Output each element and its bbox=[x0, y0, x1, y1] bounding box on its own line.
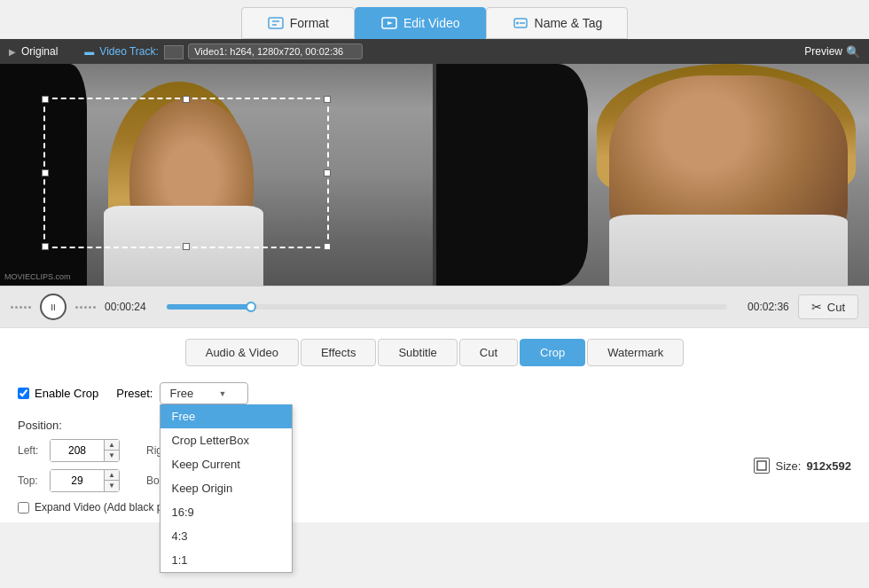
preset-dropdown-button[interactable]: Free bbox=[160, 382, 248, 404]
original-video-panel: MOVIECLIPS.com bbox=[0, 64, 433, 286]
preview-section: Preview 🔍 bbox=[804, 45, 860, 59]
crop-options-row: Enable Crop Preset: Free Free Crop Let bbox=[18, 382, 851, 404]
left-increment-btn[interactable]: ▲ bbox=[105, 440, 119, 451]
top-increment-btn[interactable]: ▲ bbox=[105, 470, 119, 481]
enable-crop-checkbox[interactable] bbox=[18, 388, 29, 399]
preview-video-panel bbox=[433, 64, 869, 286]
end-dots bbox=[75, 306, 96, 309]
track-thumbnail bbox=[164, 45, 184, 59]
pause-button[interactable]: ⏸ bbox=[40, 294, 67, 320]
svg-point-6 bbox=[516, 22, 519, 25]
dropdown-item-4-3[interactable]: 4:3 bbox=[160, 524, 292, 548]
format-tab-label: Format bbox=[290, 16, 329, 30]
search-icon: 🔍 bbox=[846, 45, 860, 59]
left-top-group: Left: ▲ ▼ Top: ▲ ▼ bbox=[18, 439, 120, 492]
edit-video-icon bbox=[380, 14, 398, 32]
tab-edit-video[interactable]: Edit Video bbox=[355, 7, 486, 39]
watermark-tab-label: Watermark bbox=[607, 346, 663, 359]
left-decrement-btn[interactable]: ▼ bbox=[105, 451, 119, 461]
svg-rect-8 bbox=[757, 461, 766, 470]
crop-handle-left-mid[interactable] bbox=[42, 169, 49, 176]
video-track-label: Video Track: bbox=[99, 45, 158, 58]
preset-value: Free bbox=[169, 387, 193, 400]
preset-label: Preset: bbox=[116, 387, 153, 400]
tab-audio-video[interactable]: Audio & Video bbox=[185, 339, 299, 366]
crop-handle-right-mid[interactable] bbox=[324, 169, 331, 176]
preview-video-frame bbox=[436, 64, 869, 286]
dropdown-item-keep-origin[interactable]: Keep Origin bbox=[160, 476, 292, 500]
video-header: ▶ Original ▬ Video Track: Video1: h264, … bbox=[0, 39, 869, 64]
tab-cut[interactable]: Cut bbox=[459, 339, 518, 366]
edit-video-tab-label: Edit Video bbox=[403, 16, 460, 30]
svg-marker-4 bbox=[388, 21, 393, 25]
preset-row: Preset: Free Free Crop LetterBox bbox=[116, 382, 248, 404]
total-time: 00:02:36 bbox=[736, 301, 789, 313]
crop-handle-bottom-left[interactable] bbox=[42, 243, 49, 250]
svg-rect-0 bbox=[269, 18, 283, 28]
tab-crop[interactable]: Crop bbox=[520, 339, 585, 366]
enable-crop-label[interactable]: Enable Crop bbox=[18, 387, 98, 400]
crop-handle-top-left[interactable] bbox=[42, 96, 49, 103]
track-select-container: Video1: h264, 1280x720, 00:02:36 bbox=[164, 43, 363, 59]
timeline-thumb[interactable] bbox=[246, 302, 256, 312]
crop-handle-top-right[interactable] bbox=[324, 96, 331, 103]
video-track-icon: ▬ bbox=[84, 46, 94, 57]
original-label: Original bbox=[21, 45, 58, 58]
video-panels: MOVIECLIPS.com bbox=[0, 64, 869, 286]
left-spinbox-buttons: ▲ ▼ bbox=[104, 440, 119, 461]
dropdown-item-crop-letterbox[interactable]: Crop LetterBox bbox=[160, 428, 292, 452]
crop-settings-panel: Enable Crop Preset: Free Free Crop Let bbox=[0, 375, 869, 522]
crop-fields: Left: ▲ ▼ Top: ▲ ▼ bbox=[18, 439, 851, 492]
crop-handle-bottom-right[interactable] bbox=[324, 243, 331, 250]
play-triangle-icon: ▶ bbox=[9, 47, 16, 57]
tab-subtitle[interactable]: Subtitle bbox=[378, 339, 457, 366]
preset-dropdown-menu: Free Crop LetterBox Keep Current Keep Or… bbox=[160, 404, 293, 573]
crop-handle-top-mid[interactable] bbox=[183, 96, 190, 103]
timeline-track[interactable] bbox=[167, 304, 727, 310]
top-input[interactable] bbox=[51, 470, 104, 491]
crop-handle-bottom-mid[interactable] bbox=[183, 243, 190, 250]
name-tag-tab-label: Name & Tag bbox=[535, 16, 603, 30]
pause-icon: ⏸ bbox=[49, 302, 58, 312]
size-value: 912x592 bbox=[806, 459, 851, 473]
expand-video-checkbox[interactable] bbox=[18, 502, 29, 514]
original-section: ▶ Original bbox=[9, 45, 58, 58]
preview-label: Preview bbox=[804, 45, 842, 58]
top-tab-bar: Format Edit Video Name & Tag bbox=[0, 0, 869, 39]
enable-crop-text: Enable Crop bbox=[35, 387, 98, 400]
top-spinbox: ▲ ▼ bbox=[50, 469, 120, 492]
timeline-fill bbox=[167, 304, 251, 310]
scissors-icon: ✂ bbox=[811, 300, 822, 314]
watermark: MOVIECLIPS.com bbox=[4, 272, 71, 281]
track-select[interactable]: Video1: h264, 1280x720, 00:02:36 bbox=[188, 43, 363, 59]
cut-tab-label: Cut bbox=[480, 346, 497, 359]
edit-tabs: Audio & Video Effects Subtitle Cut Crop … bbox=[0, 328, 869, 375]
name-tag-icon bbox=[512, 14, 529, 32]
start-dots bbox=[11, 306, 31, 309]
size-info: Size: 912x592 bbox=[754, 458, 851, 474]
left-input[interactable] bbox=[51, 440, 104, 461]
dropdown-item-free[interactable]: Free bbox=[160, 404, 292, 428]
edit-panel: Audio & Video Effects Subtitle Cut Crop … bbox=[0, 327, 869, 522]
tab-name-tag[interactable]: Name & Tag bbox=[486, 7, 629, 39]
dropdown-item-keep-current[interactable]: Keep Current bbox=[160, 452, 292, 476]
cut-button[interactable]: ✂ Cut bbox=[798, 294, 858, 319]
top-decrement-btn[interactable]: ▼ bbox=[105, 481, 119, 491]
effects-tab-label: Effects bbox=[321, 346, 356, 359]
crop-selection-box[interactable] bbox=[43, 98, 329, 248]
tab-effects[interactable]: Effects bbox=[301, 339, 377, 366]
current-time: 00:00:24 bbox=[105, 301, 158, 313]
left-label: Left: bbox=[18, 444, 44, 457]
tab-format[interactable]: Format bbox=[241, 7, 355, 39]
cut-label: Cut bbox=[827, 301, 845, 314]
preset-dropdown-container: Free Free Crop LetterBox Keep Current bbox=[160, 382, 248, 404]
dropdown-item-1-1[interactable]: 1:1 bbox=[160, 548, 292, 572]
subtitle-tab-label: Subtitle bbox=[398, 346, 436, 359]
tab-watermark[interactable]: Watermark bbox=[587, 339, 684, 366]
dropdown-item-16-9[interactable]: 16:9 bbox=[160, 500, 292, 524]
left-spinbox: ▲ ▼ bbox=[50, 439, 120, 462]
left-field-row: Left: ▲ ▼ bbox=[18, 439, 120, 462]
crop-tab-label: Crop bbox=[540, 346, 565, 359]
position-label: Position: bbox=[18, 415, 62, 432]
top-label: Top: bbox=[18, 474, 44, 487]
